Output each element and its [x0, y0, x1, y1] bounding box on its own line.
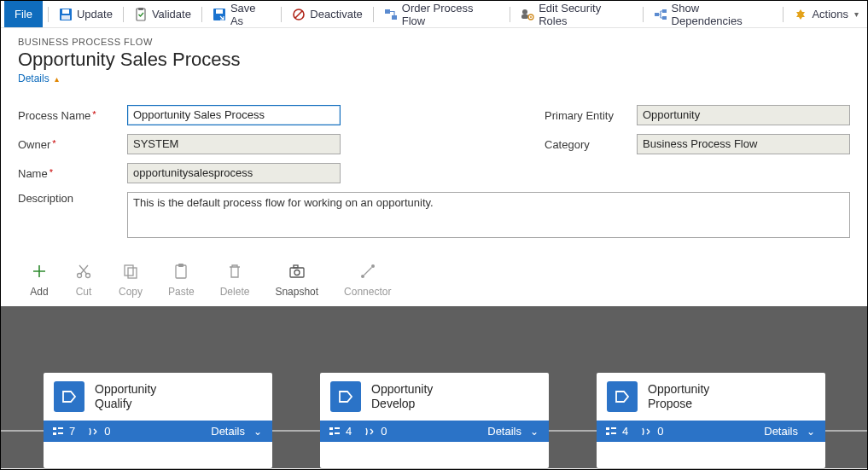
category-field: Business Process Flow — [637, 134, 850, 154]
stage-details-button[interactable]: Details ⌄ — [211, 425, 262, 438]
dependencies-icon — [654, 8, 667, 21]
svg-rect-21 — [128, 268, 137, 278]
save-icon — [59, 8, 73, 21]
snapshot-button[interactable]: Snapshot — [275, 262, 318, 298]
update-label: Update — [77, 8, 113, 20]
ribbon-separator — [201, 7, 202, 22]
copy-button[interactable]: Copy — [119, 262, 143, 298]
stage-card[interactable]: Opportunity Propose 4 0 Details ⌄ — [597, 373, 825, 468]
steps-icon — [329, 426, 341, 438]
connector-label: Connector — [344, 286, 391, 298]
primary-entity-field: Opportunity — [637, 105, 850, 125]
svg-rect-10 — [392, 15, 397, 20]
steps-count: 4 — [605, 425, 628, 438]
svg-rect-15 — [655, 13, 659, 16]
steps-count: 7 — [52, 425, 75, 438]
deactivate-button[interactable]: Deactivate — [287, 4, 367, 25]
edit-security-roles-button[interactable]: Edit Security Roles — [516, 0, 637, 31]
camera-icon — [288, 262, 306, 281]
svg-point-25 — [294, 270, 300, 276]
stage-icon — [54, 381, 84, 412]
svg-point-28 — [371, 264, 375, 268]
flow-order-icon — [384, 8, 398, 21]
details-toggle-label: Details — [18, 73, 50, 84]
show-dependencies-button[interactable]: Show Dependencies — [649, 0, 778, 31]
steps-count: 4 — [329, 425, 352, 438]
paste-label: Paste — [168, 286, 195, 298]
delete-label: Delete — [220, 286, 250, 298]
cut-button[interactable]: Cut — [74, 262, 93, 298]
connector-icon — [358, 262, 377, 281]
svg-point-19 — [86, 274, 90, 278]
branch-icon — [87, 426, 99, 438]
details-form: Process Name Opportunity Sales Process P… — [1, 91, 867, 183]
ribbon-separator — [48, 7, 49, 22]
svg-point-14 — [530, 16, 532, 18]
svg-rect-9 — [385, 9, 390, 14]
svg-rect-2 — [61, 15, 70, 20]
svg-rect-6 — [216, 9, 223, 14]
trash-icon — [225, 262, 244, 281]
actions-menu[interactable]: Actions ▾ — [789, 4, 864, 25]
plus-icon — [30, 262, 49, 281]
svg-rect-3 — [137, 9, 145, 20]
ribbon-separator — [643, 7, 644, 22]
svg-rect-33 — [329, 427, 333, 430]
stage-details-button[interactable]: Details ⌄ — [487, 425, 539, 438]
ribbon-separator — [510, 7, 510, 22]
stage-card[interactable]: Opportunity Qualify 7 0 Details ⌄ — [44, 373, 272, 468]
svg-rect-24 — [290, 268, 304, 277]
category-label: Category — [545, 138, 630, 151]
delete-button[interactable]: Delete — [220, 262, 250, 298]
svg-rect-30 — [53, 432, 56, 435]
clipboard-check-icon — [134, 8, 148, 21]
copy-icon — [121, 262, 140, 281]
paste-button[interactable]: Paste — [168, 262, 195, 298]
steps-icon — [605, 426, 617, 438]
stage-title-line1: Opportunity — [371, 382, 433, 397]
stage-footer: 4 0 Details ⌄ — [320, 421, 549, 442]
connector-button[interactable]: Connector — [344, 262, 391, 298]
svg-point-27 — [361, 275, 364, 278]
svg-rect-31 — [58, 427, 63, 429]
designer-toolbar: Add Cut Copy Paste Delete Snapshot Conne… — [1, 238, 867, 306]
file-menu[interactable]: File — [4, 1, 43, 27]
save-as-button[interactable]: Save As — [207, 0, 276, 31]
order-process-flow-button[interactable]: Order Process Flow — [379, 0, 504, 31]
branches-count: 0 — [364, 425, 387, 438]
show-deps-label: Show Dependencies — [672, 2, 773, 27]
stage-title-line2: Develop — [371, 397, 433, 411]
process-name-input[interactable]: Opportunity Sales Process — [127, 105, 341, 125]
svg-rect-4 — [138, 8, 143, 10]
breadcrumb: BUSINESS PROCESS FLOW — [18, 37, 850, 47]
branches-count: 0 — [640, 425, 663, 438]
branch-icon — [364, 426, 376, 438]
validate-button[interactable]: Validate — [129, 4, 196, 25]
svg-rect-1 — [62, 9, 69, 14]
copy-label: Copy — [119, 286, 143, 298]
command-ribbon: File Update Validate Save As Deactivate … — [1, 1, 867, 28]
update-button[interactable]: Update — [54, 4, 118, 25]
svg-rect-16 — [662, 9, 667, 13]
svg-point-11 — [522, 9, 527, 15]
stage-title: Opportunity Qualify — [95, 382, 156, 411]
name-field: opportunitysalesprocess — [127, 163, 341, 183]
file-menu-label: File — [15, 8, 32, 20]
stage-title-line2: Qualify — [95, 397, 156, 411]
owner-label: Owner — [18, 138, 120, 151]
stage-card[interactable]: Opportunity Develop 4 0 Details ⌄ — [320, 373, 549, 468]
validate-label: Validate — [152, 8, 191, 20]
description-input[interactable]: This is the default process flow for wor… — [127, 192, 850, 238]
primary-entity-label: Primary Entity — [545, 109, 630, 122]
ribbon-separator — [783, 7, 784, 22]
details-toggle[interactable]: Details ▴ — [18, 73, 59, 84]
stage-details-button[interactable]: Details ⌄ — [764, 425, 815, 438]
svg-rect-38 — [606, 432, 609, 435]
add-button[interactable]: Add — [30, 262, 49, 298]
security-roles-icon — [521, 8, 534, 21]
flow-canvas[interactable]: Opportunity Qualify 7 0 Details ⌄ — [1, 306, 867, 468]
chevron-down-icon: ⌄ — [253, 426, 262, 438]
process-name-label: Process Name — [18, 109, 120, 122]
order-flow-label: Order Process Flow — [402, 2, 499, 27]
svg-rect-22 — [176, 265, 186, 278]
